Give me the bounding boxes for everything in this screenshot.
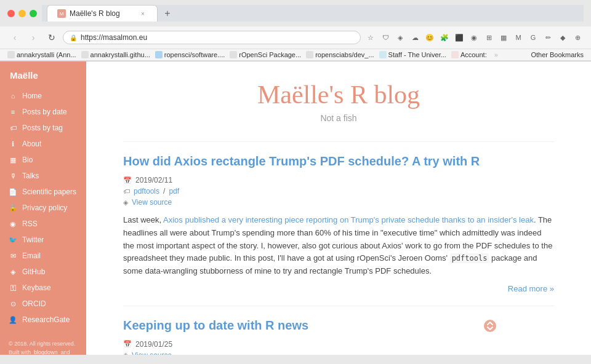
post-2-view-source[interactable]: View source: [132, 351, 172, 355]
other-bookmarks-label: Other Bookmarks: [531, 51, 584, 58]
bookmark-label: rOpenSci Package...: [239, 51, 301, 58]
other-bookmarks[interactable]: Other Bookmarks: [531, 51, 584, 58]
tag-icon: 🏷: [9, 124, 17, 132]
home-icon: ⌂: [9, 92, 17, 100]
bookmark-account[interactable]: Account:: [451, 51, 487, 58]
ext8-icon[interactable]: ⊕: [571, 31, 584, 44]
sidebar-item-researchgate[interactable]: 👤ResearchGate: [0, 312, 86, 328]
close-window-button[interactable]: [7, 10, 15, 17]
bookmark-ropensciabs[interactable]: ropensciabs/dev_...: [306, 51, 374, 58]
post-1-date: 2019/02/11: [135, 176, 172, 184]
bio-icon: ▦: [9, 156, 17, 164]
post-1-tag-pdf[interactable]: pdf: [169, 187, 179, 196]
sidebar-item-home[interactable]: ⌂Home: [0, 88, 86, 104]
ext3-icon[interactable]: ⊞: [483, 31, 495, 44]
star-icon[interactable]: ☆: [364, 31, 377, 44]
pdftools-code: pdftools: [450, 253, 489, 263]
sidebar: Maëlle ⌂Home ≡Posts by date 🏷Posts by ta…: [0, 61, 86, 355]
active-tab[interactable]: M Maëlle's R blog ×: [47, 5, 158, 22]
sidebar-item-label: Keybase: [22, 283, 51, 292]
post-1-view-source[interactable]: View source: [132, 198, 172, 207]
forward-button[interactable]: ›: [26, 30, 41, 45]
ext4-icon[interactable]: ▦: [497, 31, 510, 44]
sidebar-nav: ⌂Home ≡Posts by date 🏷Posts by tag ℹAbou…: [0, 88, 86, 328]
lock-icon: 🔒: [9, 204, 17, 212]
post-1-axios-link[interactable]: Axios published a very interesting piece…: [163, 215, 534, 224]
post-1-read-more: Read more »: [123, 284, 554, 293]
calendar-icon-2: 📅: [123, 340, 132, 348]
sidebar-item-label: Posts by date: [22, 108, 67, 116]
post-2-date-row: 📅 2019/01/25: [123, 340, 554, 349]
sidebar-item-privacy-policy[interactable]: 🔒Privacy policy: [0, 200, 86, 216]
emoji-icon[interactable]: 😊: [424, 31, 436, 44]
pen-icon[interactable]: ✏: [542, 31, 554, 44]
github-icon: ◈: [9, 268, 17, 276]
back-button[interactable]: ‹: [7, 30, 22, 45]
bookmark-annakrystalli-1[interactable]: annakrystalli (Ann...: [7, 51, 76, 58]
sidebar-item-label: ORCID: [22, 299, 46, 308]
sidebar-title: Maëlle: [10, 70, 76, 81]
post-1-read-more-link[interactable]: Read more »: [508, 284, 554, 293]
post-1-meta: 📅 2019/02/11 🏷 pdftools / pdf ◈ View sou…: [123, 176, 554, 207]
main-content: Maëlle's R blog Not a fish How did Axios…: [86, 61, 591, 355]
sidebar-item-scientific-papers[interactable]: 📄Scientific papers: [0, 184, 86, 200]
bookmark-ropensci-package[interactable]: rOpenSci Package...: [230, 51, 301, 58]
sidebar-item-rss[interactable]: ◉RSS: [0, 216, 86, 232]
sidebar-item-label: Home: [22, 92, 42, 100]
ext1-icon[interactable]: ⬛: [453, 31, 465, 44]
post-1-title-link[interactable]: How did Axios rectangle Trump's PDF sche…: [123, 154, 480, 168]
sidebar-item-keybase[interactable]: ⚿Keybase: [0, 280, 86, 296]
sidebar-item-posts-by-date[interactable]: ≡Posts by date: [0, 104, 86, 120]
ext6-icon[interactable]: G: [527, 31, 539, 44]
sidebar-item-github[interactable]: ◈GitHub: [0, 264, 86, 280]
bookmark-ropensci-1[interactable]: ropensci/software....: [155, 51, 225, 58]
sidebar-item-twitter[interactable]: 🐦Twitter: [0, 232, 86, 248]
browser-chrome: M Maëlle's R blog × + ‹ › ↻ 🔒 https://ma…: [0, 0, 591, 61]
tab-close-button[interactable]: ×: [139, 9, 147, 18]
sidebar-item-label: RSS: [22, 220, 38, 228]
github-source-icon: ◈: [123, 199, 128, 207]
scroll-indicator[interactable]: [483, 318, 497, 333]
github-source-icon-2: ◈: [123, 351, 128, 355]
minimize-window-button[interactable]: [18, 10, 26, 17]
shield-icon[interactable]: 🛡: [379, 31, 392, 44]
rss-icon: ◉: [9, 220, 17, 228]
cloud-icon[interactable]: ☁: [409, 31, 421, 44]
sidebar-item-email[interactable]: ✉Email: [0, 248, 86, 264]
sidebar-item-posts-by-tag[interactable]: 🏷Posts by tag: [0, 120, 86, 136]
bookmark-favicon: [230, 51, 237, 58]
sidebar-item-orcid[interactable]: ⊙ORCID: [0, 296, 86, 312]
ext5-icon[interactable]: M: [512, 31, 525, 44]
refresh-button[interactable]: ↻: [44, 30, 59, 45]
bookmark-annakrystalli-2[interactable]: annakrystalli.githu...: [81, 51, 150, 58]
info-icon: ℹ: [9, 140, 17, 148]
dropbox-icon[interactable]: ◈: [394, 31, 406, 44]
ext2-icon[interactable]: ◉: [468, 31, 480, 44]
new-tab-button[interactable]: +: [160, 6, 175, 21]
maximize-window-button[interactable]: [30, 10, 37, 17]
bookmarks-bar: annakrystalli (Ann... annakrystalli.gith…: [0, 49, 591, 61]
puzzle-icon[interactable]: 🧩: [438, 31, 451, 44]
sidebar-item-label: GitHub: [22, 267, 45, 276]
tag-separator: /: [163, 187, 165, 196]
blogdown-link[interactable]: blogdown: [34, 349, 58, 355]
sidebar-item-label: Scientific papers: [22, 188, 76, 196]
post-1: How did Axios rectangle Trump's PDF sche…: [123, 154, 554, 293]
footer-built-with: Built with blogdown and: [9, 349, 78, 355]
sidebar-item-bio[interactable]: ▦Bio: [0, 152, 86, 168]
ext7-icon[interactable]: ◆: [557, 31, 569, 44]
post-1-tag-pdftools[interactable]: pdftools: [134, 187, 159, 196]
sidebar-item-label: About: [22, 140, 41, 148]
sidebar-item-talks[interactable]: 🎙Talks: [0, 168, 86, 184]
blog-title: Maëlle's R blog: [123, 80, 554, 109]
bookmark-label: Account:: [460, 51, 487, 58]
post-2-title-link[interactable]: Keeping up to date with R news: [123, 318, 308, 332]
sidebar-item-about[interactable]: ℹAbout: [0, 136, 86, 152]
address-bar[interactable]: 🔒 https://masalmon.eu: [63, 31, 361, 44]
sidebar-header: Maëlle: [0, 61, 86, 88]
sidebar-item-label: Talks: [22, 172, 39, 180]
paper-icon: 📄: [9, 188, 17, 196]
bookmark-favicon: [7, 51, 15, 58]
bookmark-staff[interactable]: Staff - The Univer...: [379, 51, 446, 58]
post-1-tags-row: 🏷 pdftools / pdf: [123, 187, 554, 196]
